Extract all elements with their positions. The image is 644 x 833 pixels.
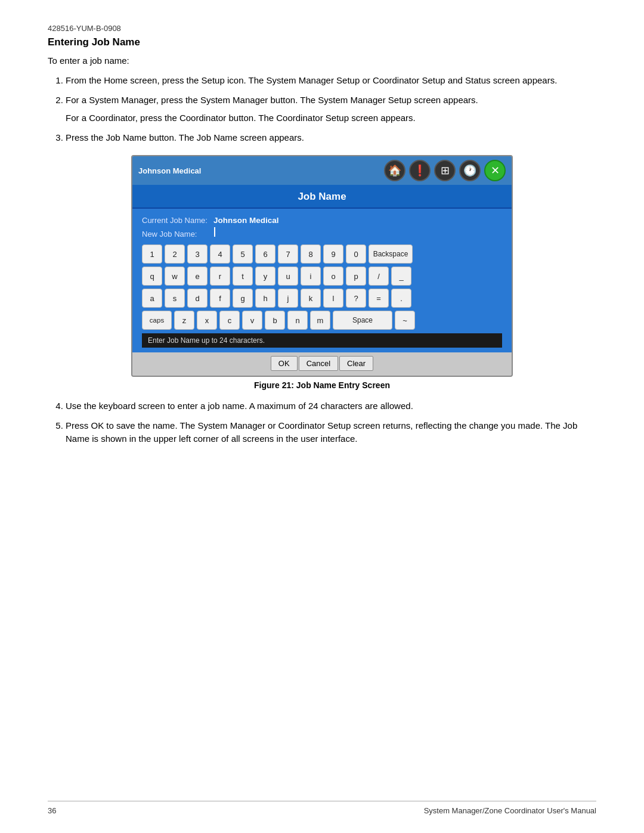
grid-icon[interactable]: ⊞	[434, 160, 456, 181]
screen-topbar: Johnson Medical 🏠 ❗ ⊞ 🕐 ✕	[132, 156, 512, 185]
new-job-row: New Job Name:	[142, 227, 502, 239]
step-1: From the Home screen, press the Setup ic…	[66, 74, 596, 88]
key-o[interactable]: o	[323, 267, 343, 286]
step-5: Press OK to save the name. The System Ma…	[66, 419, 596, 446]
key-5[interactable]: 5	[233, 244, 253, 264]
intro-text: To enter a job name:	[48, 55, 596, 66]
alert-icon[interactable]: ❗	[409, 160, 431, 181]
key-f[interactable]: f	[210, 289, 230, 308]
doc-id: 428516-YUM-B-0908	[48, 24, 596, 33]
step-4: Use the keyboard screen to enter a job n…	[66, 400, 596, 413]
figure-caption: Figure 21: Job Name Entry Screen	[48, 380, 596, 390]
clear-button[interactable]: Clear	[339, 356, 373, 371]
key-8[interactable]: 8	[301, 244, 321, 264]
section-title: Entering Job Name	[48, 36, 596, 48]
key-caps[interactable]: caps	[142, 311, 172, 330]
key-t[interactable]: t	[233, 267, 253, 286]
key-row-qwerty: q w e r t y u i o p / _	[142, 267, 502, 286]
key-9[interactable]: 9	[323, 244, 343, 264]
screen-title: Job Name	[298, 191, 346, 202]
key-tilde[interactable]: ~	[395, 311, 415, 330]
screen-body: Current Job Name: Johnson Medical New Jo…	[132, 209, 512, 352]
step-2-sub: For a Coordinator, press the Coordinator…	[66, 112, 596, 125]
key-row-caps: caps z x c v b n m Space ~	[142, 311, 502, 330]
current-job-value: Johnson Medical	[213, 216, 279, 225]
current-job-label: Current Job Name:	[142, 216, 213, 225]
key-7[interactable]: 7	[278, 244, 298, 264]
key-y[interactable]: y	[255, 267, 275, 286]
key-4[interactable]: 4	[210, 244, 230, 264]
screen-status: Enter Job Name up to 24 characters.	[142, 333, 502, 348]
key-2[interactable]: 2	[165, 244, 185, 264]
key-i[interactable]: i	[301, 267, 321, 286]
post-steps-list: Use the keyboard screen to enter a job n…	[66, 400, 596, 446]
key-6[interactable]: 6	[255, 244, 275, 264]
key-p[interactable]: p	[346, 267, 366, 286]
steps-list: From the Home screen, press the Setup ic…	[66, 74, 596, 144]
key-3[interactable]: 3	[187, 244, 208, 264]
key-k[interactable]: k	[301, 289, 321, 308]
cancel-button[interactable]: Cancel	[299, 356, 338, 371]
key-backspace[interactable]: Backspace	[369, 244, 413, 264]
key-u[interactable]: u	[278, 267, 298, 286]
current-job-row: Current Job Name: Johnson Medical	[142, 216, 502, 225]
text-cursor	[214, 227, 215, 237]
key-slash[interactable]: /	[369, 267, 389, 286]
key-question[interactable]: ?	[346, 289, 366, 308]
key-h[interactable]: h	[255, 289, 275, 308]
key-v[interactable]: v	[242, 311, 262, 330]
key-row-asdf: a s d f g h j k l ? = .	[142, 289, 502, 308]
home-icon[interactable]: 🏠	[384, 160, 405, 181]
key-d[interactable]: d	[187, 289, 208, 308]
key-a[interactable]: a	[142, 289, 162, 308]
step-3: Press the Job Name button. The Job Name …	[66, 131, 596, 145]
page-number: 36	[48, 806, 56, 815]
key-g[interactable]: g	[233, 289, 253, 308]
key-equals[interactable]: =	[369, 289, 389, 308]
key-l[interactable]: l	[323, 289, 343, 308]
key-x[interactable]: x	[197, 311, 217, 330]
key-e[interactable]: e	[187, 267, 208, 286]
ok-button[interactable]: OK	[271, 356, 298, 371]
key-space[interactable]: Space	[333, 311, 392, 330]
key-m[interactable]: m	[310, 311, 330, 330]
step-2: For a System Manager, press the System M…	[66, 94, 596, 125]
screen-header: Job Name	[132, 185, 512, 209]
key-underscore[interactable]: _	[391, 267, 411, 286]
key-0[interactable]: 0	[346, 244, 366, 264]
keyboard: 1 2 3 4 5 6 7 8 9 0 Backspace q w e r t …	[142, 244, 502, 330]
new-job-label: New Job Name:	[142, 230, 213, 239]
footer-title: System Manager/Zone Coordinator User's M…	[424, 806, 596, 815]
key-row-numbers: 1 2 3 4 5 6 7 8 9 0 Backspace	[142, 244, 502, 264]
key-j[interactable]: j	[278, 289, 298, 308]
key-q[interactable]: q	[142, 267, 162, 286]
key-period[interactable]: .	[391, 289, 411, 308]
key-r[interactable]: r	[210, 267, 230, 286]
close-icon[interactable]: ✕	[484, 160, 506, 181]
screen-brand: Johnson Medical	[138, 166, 201, 175]
key-c[interactable]: c	[219, 311, 240, 330]
key-z[interactable]: z	[174, 311, 194, 330]
screen-icons: 🏠 ❗ ⊞ 🕐 ✕	[384, 160, 506, 181]
key-1[interactable]: 1	[142, 244, 162, 264]
key-n[interactable]: n	[287, 311, 308, 330]
key-s[interactable]: s	[165, 289, 185, 308]
page-footer: 36 System Manager/Zone Coordinator User'…	[48, 801, 596, 815]
screen-footer-buttons: OK Cancel Clear	[132, 352, 512, 376]
screen-mockup: Johnson Medical 🏠 ❗ ⊞ 🕐 ✕ Job Name Curre…	[131, 155, 513, 377]
key-w[interactable]: w	[165, 267, 185, 286]
clock-icon[interactable]: 🕐	[459, 160, 481, 181]
key-b[interactable]: b	[265, 311, 285, 330]
